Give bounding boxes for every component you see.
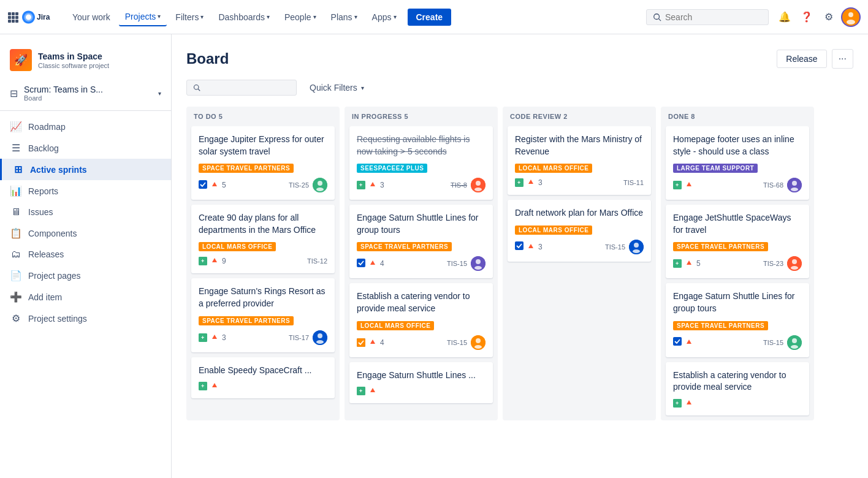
column-inprogress: IN PROGRESS 5Requesting available flight… (345, 107, 498, 420)
card[interactable]: Engage Saturn Shuttle Lines for group to… (349, 205, 493, 278)
app-logo[interactable]: Jira (7, 9, 59, 26)
svg-marker-18 (212, 182, 217, 186)
story-icon: + (357, 181, 365, 189)
card-footer: +3TIS-17 (199, 330, 327, 345)
svg-marker-27 (212, 335, 217, 339)
card-footer: +3TIS-8 (357, 178, 485, 192)
card[interactable]: Create 90 day plans for all departments … (191, 205, 335, 273)
project-header[interactable]: 🚀 Teams in Space Classic software projec… (0, 44, 171, 81)
sidebar-item-releases[interactable]: 🗂 Releases (0, 244, 171, 265)
sidebar-item-label-project-settings: Project settings (28, 314, 87, 324)
sidebar-item-project-settings[interactable]: ⚙ Project settings (0, 308, 171, 329)
sidebar-item-add-item[interactable]: ➕ Add item (0, 286, 171, 308)
priority-icon (211, 333, 218, 343)
card[interactable]: Engage Saturn Shuttle Lines ...+ (349, 362, 493, 404)
quick-filters-label: Quick Filters (310, 83, 357, 93)
card-avatar (787, 256, 802, 271)
card[interactable]: Engage Saturn Shuttle Lines for group to… (666, 283, 809, 357)
board-search-input[interactable] (204, 83, 290, 93)
svg-text:Jira: Jira (37, 12, 50, 21)
card-footer: 4TIS-15 (357, 256, 485, 271)
column-cards-codereview: Register with the Mars Ministry of Reven… (503, 126, 656, 267)
priority-icon (685, 338, 693, 347)
svg-rect-8 (15, 20, 18, 23)
card-footer: +9TIS-12 (199, 256, 327, 266)
card[interactable]: Engage Saturn's Rings Resort as a prefer… (191, 278, 335, 352)
priority-icon (685, 259, 693, 268)
priority-icon (211, 256, 218, 266)
card[interactable]: Establish a catering vendor to provide m… (349, 283, 493, 357)
card-ticket-id: TIS-68 (763, 181, 783, 189)
card-title: Register with the Mars Ministry of Reven… (515, 134, 644, 157)
card-ticket-id: TIS-8 (451, 181, 467, 189)
create-button[interactable]: Create (408, 9, 452, 26)
sidebar-item-label-roadmap: Roadmap (28, 122, 66, 132)
card[interactable]: Homepage footer uses an inline style - s… (666, 126, 809, 200)
story-icon: + (673, 259, 682, 268)
sidebar-item-roadmap[interactable]: 📈 Roadmap (0, 116, 171, 137)
svg-text:+: + (676, 260, 679, 267)
quick-filters-button[interactable]: Quick Filters ▾ (302, 78, 372, 97)
card-count: 3 (538, 178, 542, 187)
sidebar-item-label-issues: Issues (28, 207, 53, 217)
card[interactable]: Requesting available flights is now taki… (349, 126, 493, 200)
dashboards-nav[interactable]: Dashboards ▾ (212, 9, 276, 26)
svg-point-14 (847, 20, 855, 25)
priority-icon (685, 398, 693, 408)
plans-nav[interactable]: Plans ▾ (325, 9, 364, 26)
release-button[interactable]: Release (777, 50, 826, 68)
filters-nav[interactable]: Filters ▾ (169, 9, 210, 26)
card-title: Engage Jupiter Express for outer solar s… (199, 134, 327, 157)
nav-icon-group: 🔔 ❓ ⚙ (775, 7, 861, 27)
notifications-button[interactable]: 🔔 (775, 7, 794, 27)
card-avatar (471, 178, 485, 192)
card-ticket-id: TIS-15 (605, 243, 625, 251)
board-list-icon: ⊟ (10, 88, 18, 99)
board-search[interactable] (186, 80, 297, 96)
card-title: Engage Saturn's Rings Resort as a prefer… (199, 286, 327, 309)
svg-point-76 (792, 338, 797, 343)
card[interactable]: Enable Speedy SpaceCraft ...+ (191, 357, 335, 399)
card-ticket-id: TIS-15 (763, 339, 783, 346)
project-type: Classic software project (38, 62, 161, 69)
board-header-actions: Release ··· (777, 49, 853, 69)
sidebar-item-backlog[interactable]: ☰ Backlog (0, 137, 171, 159)
svg-text:+: + (676, 182, 679, 188)
card[interactable]: Engage Jupiter Express for outer solar s… (191, 126, 335, 200)
releases-nav-icon: 🗂 (10, 249, 22, 260)
your-work-nav[interactable]: Your work (66, 9, 116, 26)
svg-marker-69 (687, 260, 691, 265)
board-filters: Quick Filters ▾ (172, 78, 868, 107)
settings-button[interactable]: ⚙ (819, 7, 839, 27)
card-title: Engage Saturn Shuttle Lines ... (357, 370, 485, 382)
column-codereview: CODE REVIEW 2Register with the Mars Mini… (503, 107, 656, 420)
priority-icon (369, 386, 376, 396)
svg-text:+: + (201, 335, 204, 341)
sidebar-item-issues[interactable]: 🖥 Issues (0, 202, 171, 222)
projects-nav[interactable]: Projects ▾ (119, 8, 167, 26)
board-selector[interactable]: ⊟ Scrum: Teams in S... Board ▾ (0, 81, 171, 105)
card[interactable]: Register with the Mars Ministry of Reven… (508, 126, 651, 195)
svg-text:+: + (201, 258, 204, 264)
user-avatar-icon (842, 9, 859, 26)
sidebar-item-active-sprints[interactable]: ⊞ Active sprints (0, 159, 171, 180)
sidebar-item-components[interactable]: 📋 Components (0, 222, 171, 244)
card[interactable]: Engage JetShuttle SpaceWays for travelSP… (666, 205, 809, 278)
people-nav[interactable]: People ▾ (278, 9, 322, 26)
user-avatar[interactable] (841, 7, 861, 27)
more-options-button[interactable]: ··· (832, 49, 853, 69)
svg-text:+: + (359, 182, 362, 188)
search-bar[interactable] (646, 9, 769, 25)
sidebar-item-reports[interactable]: 📊 Reports (0, 180, 171, 202)
svg-rect-6 (8, 20, 11, 23)
dashboards-chevron-icon: ▾ (267, 13, 270, 20)
search-input[interactable] (665, 12, 751, 22)
card[interactable]: Establish a catering vendor to provide m… (666, 362, 809, 415)
column-header-codereview: CODE REVIEW 2 (503, 107, 656, 126)
sidebar-item-label-components: Components (28, 229, 77, 238)
card[interactable]: Draft network plan for Mars OfficeLOCAL … (508, 200, 651, 262)
sidebar-item-project-pages[interactable]: 📄 Project pages (0, 265, 171, 286)
board-chevron-icon: ▾ (158, 90, 161, 97)
help-button[interactable]: ❓ (797, 7, 817, 27)
apps-nav[interactable]: Apps ▾ (366, 9, 403, 26)
